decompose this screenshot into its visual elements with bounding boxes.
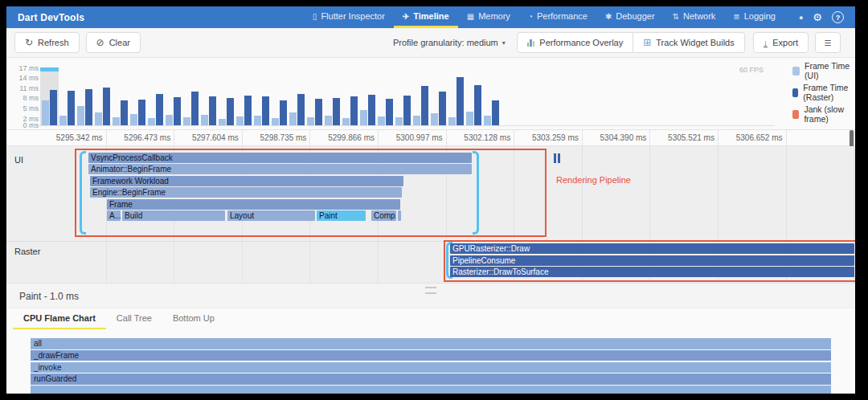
tab-debugger[interactable]: ✱Debugger	[596, 6, 664, 28]
tab-network[interactable]: ⇅Network	[664, 6, 725, 28]
raster-frame-bar[interactable]	[68, 91, 75, 125]
frame-bar-pair[interactable]	[113, 100, 128, 125]
raster-frame-bar[interactable]	[244, 96, 252, 125]
frame-bar-pair[interactable]	[413, 86, 428, 125]
ui-frame-bar[interactable]	[236, 116, 244, 125]
raster-frame-bar[interactable]	[121, 100, 128, 125]
ui-frame-bar[interactable]	[431, 113, 438, 125]
raster-frame-bar[interactable]	[209, 96, 216, 125]
ui-frame-bar[interactable]	[201, 115, 208, 125]
frame-bar-pair[interactable]	[166, 97, 181, 125]
ui-event-Animator::BeginFrame[interactable]: Animator::BeginFrame	[88, 164, 472, 174]
ui-event-Layout[interactable]: Layout	[227, 210, 315, 221]
ui-frame-bar[interactable]	[148, 118, 155, 125]
ui-frame-bar[interactable]	[307, 117, 314, 125]
ui-frame-bar[interactable]	[342, 118, 350, 125]
ui-frame-bar[interactable]	[130, 114, 137, 125]
ui-frame-bar[interactable]	[254, 116, 261, 125]
tab-performance[interactable]: ◔Performance	[519, 6, 596, 28]
performance-overlay-button[interactable]: Performance Overlay	[517, 32, 633, 53]
raster-frame-bar[interactable]	[368, 95, 375, 125]
ui-frame-bar[interactable]	[289, 112, 297, 125]
raster-frame-bar[interactable]	[50, 90, 57, 125]
raster-frame-bar[interactable]	[227, 98, 234, 125]
raster-frame-bar[interactable]	[103, 88, 110, 125]
ui-event-Paint[interactable]: Paint	[317, 210, 366, 221]
frame-bar-pair[interactable]	[484, 100, 499, 125]
frame-bar-pair[interactable]	[42, 90, 57, 125]
ui-event-VsyncProcessCallback[interactable]: VsyncProcessCallback	[88, 153, 472, 163]
frame-bar-pair[interactable]	[378, 99, 393, 125]
tab-logging[interactable]: ≣Logging	[724, 6, 784, 28]
raster-frame-bar[interactable]	[439, 92, 446, 125]
frame-bar-pair[interactable]	[342, 96, 358, 125]
tab-timeline[interactable]: ✈Timeline	[394, 6, 458, 28]
clear-button[interactable]: ⊘ Clear	[86, 32, 141, 53]
frame-bar-pair[interactable]	[289, 94, 305, 125]
raster-frame-bar[interactable]	[457, 77, 464, 125]
flame-row-partial[interactable]	[31, 386, 831, 394]
frame-bar-pair[interactable]	[466, 85, 481, 125]
raster-frame-bar[interactable]	[280, 100, 287, 125]
ui-frame-bar[interactable]	[219, 119, 226, 125]
frame-bar-pair[interactable]	[307, 99, 322, 125]
frame-bar-pair[interactable]	[130, 100, 145, 125]
raster-frame-bar[interactable]	[421, 86, 428, 125]
ui-frame-bar[interactable]	[466, 112, 473, 125]
frame-bar-pair[interactable]	[77, 89, 92, 125]
raster-event-Rasterizer::DrawToSurface[interactable]: Rasterizer::DrawToSurface	[450, 267, 854, 277]
ui-event-Engine::BeginFrame[interactable]: Engine::BeginFrame	[90, 187, 402, 198]
flame-row-runGuarded[interactable]: runGuarded	[31, 373, 831, 385]
ui-frame-bar[interactable]	[183, 117, 190, 125]
details-tab-cpu-flame-chart[interactable]: CPU Flame Chart	[13, 308, 106, 329]
frame-bar-pair[interactable]	[360, 95, 375, 125]
raster-frame-bar[interactable]	[85, 89, 92, 125]
tab-memory[interactable]: ▦Memory	[458, 6, 519, 28]
ui-frame-bar[interactable]	[360, 110, 367, 125]
ui-frame-bar[interactable]	[95, 112, 102, 125]
raster-frame-bar[interactable]	[492, 100, 499, 125]
raster-frame-bar[interactable]	[474, 85, 481, 125]
frame-bar-pair[interactable]	[201, 96, 216, 125]
flame-row-_drawFrame[interactable]: _drawFrame	[31, 350, 831, 361]
frame-bar-pair[interactable]	[395, 96, 411, 125]
ui-frame-bar[interactable]	[413, 116, 420, 125]
raster-frame-bar[interactable]	[297, 94, 305, 125]
ui-frame-bar[interactable]	[113, 117, 120, 126]
ui-frame-bar[interactable]	[166, 115, 173, 125]
refresh-button[interactable]: ↻ Refresh	[14, 32, 80, 53]
tab-flutter-inspector[interactable]: ▯Flutter Inspector	[304, 6, 394, 28]
raster-event-GPURasterizer::Draw[interactable]: GPURasterizer::Draw	[450, 243, 854, 254]
frame-bar-pair[interactable]	[325, 98, 340, 125]
ui-frame-bar[interactable]	[378, 116, 385, 125]
overflow-dot-icon[interactable]: ●	[799, 14, 803, 22]
raster-frame-bar[interactable]	[315, 99, 322, 125]
flame-row-all[interactable]: all	[31, 338, 831, 349]
frame-bar-pair[interactable]	[431, 92, 446, 125]
frame-bar-pair[interactable]	[448, 77, 464, 125]
frame-bar-pair[interactable]	[183, 92, 199, 125]
ui-frame-bar[interactable]	[272, 118, 279, 125]
profile-granularity-dropdown[interactable]: Profile granularity: medium ▾	[393, 38, 506, 47]
ui-event-Build[interactable]: Build	[122, 210, 225, 221]
raster-event-PipelineConsume[interactable]: PipelineConsume	[450, 255, 854, 266]
ui-event-Framework Workload[interactable]: Framework Workload	[90, 176, 403, 186]
frame-bar-pair[interactable]	[236, 96, 252, 125]
raster-frame-bar[interactable]	[191, 92, 199, 125]
ui-frame-bar[interactable]	[484, 116, 491, 125]
raster-frame-bar[interactable]	[138, 100, 145, 125]
frame-bar-pair[interactable]	[95, 88, 110, 125]
frame-bar-pair[interactable]	[272, 100, 287, 125]
ui-event-Comp...[interactable]: Comp...	[371, 210, 396, 221]
export-button[interactable]: ↓ Export	[753, 32, 809, 53]
raster-frame-bar[interactable]	[403, 96, 411, 125]
raster-frame-bar[interactable]	[174, 97, 181, 125]
frame-bar-pair[interactable]	[254, 96, 269, 125]
ui-frame-bar[interactable]	[325, 116, 332, 125]
raster-frame-bar[interactable]	[156, 94, 163, 125]
help-icon[interactable]: ?	[832, 11, 844, 23]
ui-frame-bar[interactable]	[448, 117, 456, 126]
gear-icon[interactable]: ⚙	[813, 11, 822, 23]
raster-frame-bar[interactable]	[386, 99, 393, 125]
ui-event-fragment[interactable]	[398, 210, 401, 221]
